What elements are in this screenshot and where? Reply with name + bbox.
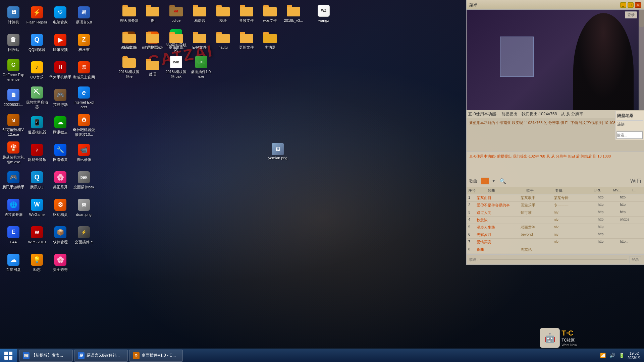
menu-item-2[interactable]: 前提提出 bbox=[501, 111, 518, 117]
icon-yazu[interactable]: Z 极压缩 bbox=[72, 29, 96, 56]
right-scrollbar[interactable] bbox=[639, 10, 644, 110]
song-row[interactable]: 7 爱情买卖 niv http http... bbox=[467, 239, 644, 246]
icon-duan-png[interactable]: 🖼 duan.png bbox=[72, 194, 96, 221]
icon-folder-mokuai[interactable]: 模块 bbox=[211, 0, 235, 27]
icon-wechat[interactable]: ☁ 腾讯微云 bbox=[49, 112, 72, 138]
tray-sound-icon[interactable]: 🔊 bbox=[609, 352, 615, 359]
tray-network-icon[interactable]: 📶 bbox=[599, 352, 606, 359]
icon-yiyu58[interactable]: 易 易语言5.8 bbox=[72, 2, 96, 28]
menu-item-3[interactable]: 我们提出-1024×768 bbox=[522, 111, 557, 117]
icon-network-fix[interactable]: 🔧 网络修复 bbox=[49, 139, 72, 166]
icon-meitu[interactable]: 🌸 美图秀秀 bbox=[49, 167, 72, 193]
progress-bar[interactable] bbox=[480, 259, 627, 260]
minimize-button[interactable]: _ bbox=[620, 2, 626, 8]
icon-tencent-video[interactable]: ▶ 腾讯视频 bbox=[49, 29, 72, 56]
icon-e4a[interactable]: E E4A bbox=[2, 222, 25, 248]
icon-wegame[interactable]: W WeGame bbox=[25, 194, 49, 221]
icon-ruanjian[interactable]: 📦 软件管理 bbox=[49, 222, 72, 248]
icon-folder-chuli[interactable]: 处理 bbox=[141, 54, 164, 80]
bottom-bar-label: 歌词: bbox=[469, 257, 478, 262]
color-picker[interactable] bbox=[483, 179, 487, 183]
sign-in-btn[interactable]: 登录 bbox=[630, 256, 641, 263]
system-clock[interactable]: 19:52 2023/1/1 bbox=[628, 351, 641, 360]
sidebar-connect-btn[interactable]: 连接 bbox=[616, 121, 643, 128]
maximize-button[interactable]: □ bbox=[628, 2, 634, 8]
icon-folder-tu[interactable]: 图 bbox=[141, 0, 164, 27]
icon-desktop-plugin-e[interactable]: ⚡ 桌面插件.e bbox=[72, 222, 96, 248]
taskbar-item-yiyu58[interactable]: 易 易语言5.8破解补... bbox=[74, 350, 128, 362]
icon-meitu2[interactable]: 🌸 美图秀秀 bbox=[49, 249, 72, 276]
icon-folder-luzhiqi[interactable]: 录制器 bbox=[141, 27, 164, 54]
icon-recycle[interactable]: 🗑 回收站 bbox=[2, 29, 25, 56]
song-row[interactable]: 4 秋意浓 niv http ohttps bbox=[467, 217, 644, 224]
icon-folder-chengpin[interactable]: 成品文件 bbox=[117, 27, 141, 54]
icon-touguowang[interactable]: 🌐 透过多开器 bbox=[2, 194, 25, 221]
icon-yemian-png[interactable]: 🖼 yemian.png bbox=[268, 142, 287, 160]
desktop-icons-area: 🖥 计算机 ⚡ Flash Repair 🛡 电脑管家 易 易语言5.8 🗑 bbox=[0, 0, 107, 275]
icon-folder-yinpin[interactable]: 音频文件 bbox=[235, 0, 258, 27]
icon-folder-liangtian[interactable]: 聊天服务器 bbox=[117, 0, 141, 27]
icon-exe-zhuomian[interactable]: EXE 桌面插件1.0.exe bbox=[188, 54, 215, 80]
icon-tencentqq[interactable]: Q 腾讯QQ bbox=[25, 167, 49, 193]
icon-computer[interactable]: 🖥 计算机 bbox=[2, 2, 25, 28]
icon-qqbrowser[interactable]: Q QQ浏览器 bbox=[25, 29, 49, 56]
panel-bottom-bar: 歌词: 登录 bbox=[467, 254, 644, 264]
close-button[interactable]: × bbox=[635, 2, 641, 8]
volume-control[interactable] bbox=[481, 178, 489, 184]
sidebar-search-input[interactable] bbox=[616, 131, 643, 139]
login-button[interactable]: 登录 bbox=[625, 11, 637, 18]
dropdown-btn[interactable]: ▼ bbox=[492, 179, 495, 183]
song-row[interactable]: 1 某某曲目 某某歌手 某某专辑 http http bbox=[467, 194, 644, 202]
icon-wildlands[interactable]: 🎮 荒野行动 bbox=[49, 84, 72, 111]
song-row[interactable]: 3 路过人间 郁可唯 niv http http bbox=[467, 209, 644, 217]
icon-qqmusic[interactable]: ♪ QQ音乐 bbox=[25, 57, 49, 83]
icon-geforce[interactable]: G GeForce Experience bbox=[2, 57, 25, 83]
icon-folder-e4a[interactable]: E4A文件 bbox=[188, 27, 211, 54]
icon-folder-bugong[interactable]: 步功器 bbox=[258, 27, 282, 54]
song-row[interactable]: 6 光辉岁月 beyond niv http bbox=[467, 231, 644, 239]
icon-qijin[interactable]: ⚙ 奇神吧机器蛋修改攻10... bbox=[72, 112, 96, 138]
icon-desktop-plugin-bak[interactable]: bak 桌面插件bak bbox=[72, 167, 96, 193]
tc-robot-icon: 🤖 bbox=[540, 328, 560, 348]
icon-folder-wps[interactable]: wps文件 bbox=[258, 0, 282, 27]
icon-huawei[interactable]: H 华为手机助手 bbox=[49, 57, 72, 83]
icon-64mod[interactable]: M 64万能压模V.12.exe bbox=[2, 112, 25, 138]
start-button[interactable] bbox=[0, 349, 17, 362]
icon-instant[interactable]: 💡 励志 bbox=[25, 249, 49, 276]
icon-folder-yiyuyan[interactable]: 易语言 bbox=[188, 0, 211, 27]
icon-emulator[interactable]: 📱 逍遥模拟器 bbox=[25, 112, 49, 138]
icon-folder-odce[interactable]: od od·ce bbox=[164, 0, 188, 27]
taskbar-item-xinwen[interactable]: 📰 【新提醒】发表... bbox=[19, 350, 73, 362]
icon-myworld[interactable]: ⛏ 我的世界启动器 bbox=[25, 84, 49, 111]
icon-jingqu[interactable]: 景 班域天上官网 bbox=[72, 57, 96, 83]
tray-battery-icon[interactable]: 🔋 bbox=[618, 352, 625, 359]
icon-flash-repair[interactable]: ⚡ Flash Repair bbox=[25, 2, 49, 28]
search-btn[interactable]: 🔍 bbox=[499, 178, 506, 184]
song-row[interactable]: 5 漫步人生路 邓丽君等 niv http bbox=[467, 224, 644, 231]
icon-txgame[interactable]: 🎮 腾讯手游助手 bbox=[2, 167, 25, 193]
icon-folder-bizhiti[interactable]: 桌面壁纸 bbox=[164, 27, 188, 54]
icon-netease-music[interactable]: ♪ 网易云音乐 bbox=[25, 139, 49, 166]
icon-wangz[interactable]: WZ wangz bbox=[312, 0, 335, 27]
panel-menu-label[interactable]: 菜单 bbox=[469, 2, 478, 8]
taskbar-item-desktop-plugin[interactable]: ⚙ 桌面插件V1.0 - C... bbox=[129, 350, 183, 362]
icon-file-2018kmoban[interactable]: bak 2018k模块源码.bak bbox=[164, 54, 188, 80]
icon-qujing[interactable]: ⚙ 驱动精灵 bbox=[49, 194, 72, 221]
icon-folder-2018kmokuai[interactable]: 2018k模块源码.e bbox=[117, 54, 141, 80]
song-row[interactable]: 2 爱你不是件容易的事 回避乐手 专一一一 http http bbox=[467, 202, 644, 209]
menu-item-1[interactable]: 直-0使用本功能- bbox=[468, 111, 497, 117]
icon-folder-2018kv3[interactable]: 2018k_v3... bbox=[282, 0, 305, 27]
icon-ie[interactable]: e Internet Explorer bbox=[72, 84, 96, 111]
icon-20206031[interactable]: 📄 20206031... bbox=[2, 84, 25, 111]
icon-baiduyun[interactable]: ☁ 百度网盘 bbox=[2, 249, 25, 276]
tc-sublabel: TC社区 bbox=[561, 338, 577, 343]
icon-video-recorder[interactable]: 📹 腾讯录像 bbox=[72, 139, 96, 166]
icon-diannaoguan[interactable]: 🛡 电脑管家 bbox=[49, 2, 72, 28]
song-row[interactable]: 8 夜曲 周杰伦 bbox=[467, 246, 644, 253]
song-num: 5 bbox=[468, 225, 477, 230]
icon-wps2019[interactable]: W WPS 2019 bbox=[25, 222, 49, 248]
menu-item-4[interactable]: 从 从 分辨率 bbox=[561, 111, 583, 117]
icon-rongzhuang[interactable]: 🍄 蘑菇装机大礼包m.exe bbox=[2, 139, 25, 166]
icon-folder-gengxin[interactable]: 更新文件 bbox=[235, 27, 258, 54]
icon-folder-hautu[interactable]: hautu bbox=[211, 27, 235, 54]
